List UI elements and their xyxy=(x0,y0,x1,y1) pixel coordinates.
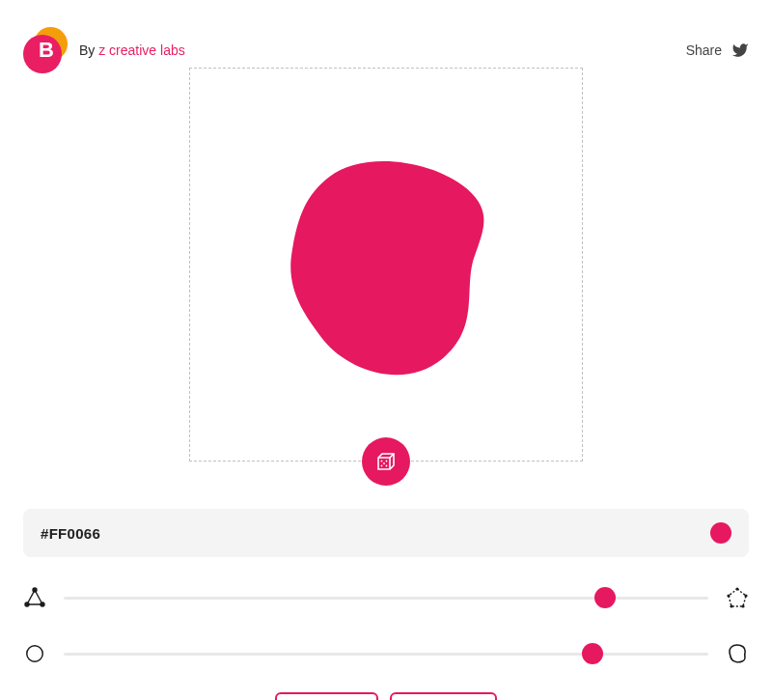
contrast-slider-row xyxy=(23,642,749,665)
brand: B By z creative labs xyxy=(23,27,185,73)
sliders xyxy=(23,586,749,665)
svg-point-6 xyxy=(41,602,44,606)
svg-point-7 xyxy=(25,602,29,606)
blob-outline-icon xyxy=(726,642,749,665)
byline-link[interactable]: z creative labs xyxy=(98,42,184,58)
canvas-wrap xyxy=(23,68,749,462)
dice-icon xyxy=(374,450,398,473)
blob-shape xyxy=(261,129,511,400)
svg-point-0 xyxy=(381,461,383,462)
color-value: #FF0066 xyxy=(41,525,100,542)
svg-point-13 xyxy=(27,646,43,662)
complexity-slider[interactable] xyxy=(64,597,708,600)
byline-prefix: By xyxy=(79,42,98,58)
svg-point-8 xyxy=(735,587,738,590)
color-input-row[interactable]: #FF0066 xyxy=(23,509,749,557)
circle-icon xyxy=(23,642,46,665)
svg-point-12 xyxy=(727,594,730,597)
svg-point-10 xyxy=(741,604,744,607)
logo-letter: B xyxy=(39,38,54,63)
header: B By z creative labs Share xyxy=(23,27,749,73)
pentagon-points-icon xyxy=(726,586,749,609)
svg-point-9 xyxy=(744,594,747,597)
randomize-button[interactable] xyxy=(362,437,410,486)
svg-point-5 xyxy=(33,588,37,592)
share-button[interactable]: Share xyxy=(686,42,749,59)
svg-point-1 xyxy=(386,461,388,462)
twitter-icon xyxy=(731,42,749,59)
blob-canvas xyxy=(189,68,583,462)
copy-code-button[interactable]: Copy code xyxy=(390,692,498,700)
contrast-slider[interactable] xyxy=(64,653,708,656)
share-label: Share xyxy=(686,42,722,58)
color-swatch[interactable] xyxy=(710,522,731,544)
complexity-slider-row xyxy=(23,586,749,609)
contrast-slider-thumb[interactable] xyxy=(582,643,603,664)
logo[interactable]: B xyxy=(23,27,69,73)
svg-point-4 xyxy=(383,462,385,464)
download-button[interactable]: Download xyxy=(275,692,378,700)
byline: By z creative labs xyxy=(79,42,185,58)
svg-point-2 xyxy=(381,465,383,467)
svg-point-11 xyxy=(730,604,732,607)
svg-point-3 xyxy=(386,465,388,467)
complexity-slider-thumb[interactable] xyxy=(594,587,616,608)
randomize-wrap xyxy=(23,437,749,486)
action-buttons: Download Copy code xyxy=(23,692,749,700)
triangle-points-icon xyxy=(23,586,46,609)
